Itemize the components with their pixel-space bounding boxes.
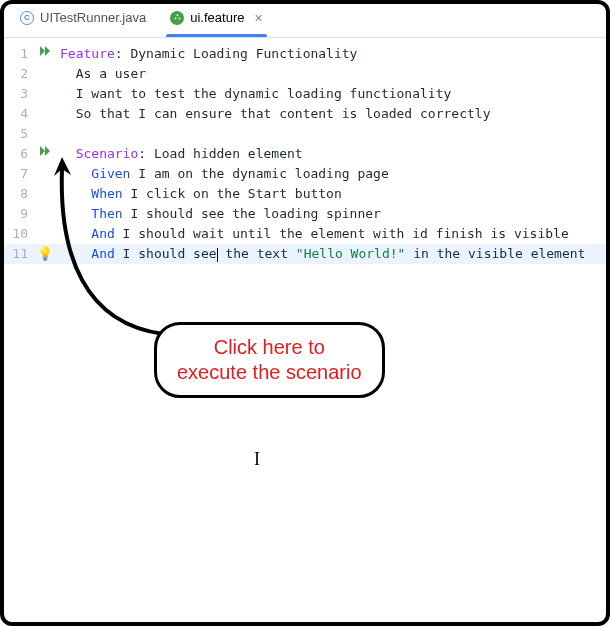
ibeam-cursor-icon: I: [254, 449, 260, 470]
line-number: 3: [4, 84, 34, 104]
editor-tabs: C UITestRunner.java ui.feature ×: [4, 4, 606, 38]
line-number: 11: [4, 244, 34, 264]
code-text: : Dynamic Loading Functionality: [115, 46, 358, 61]
line-number: 9: [4, 204, 34, 224]
code-text: I should see: [115, 246, 217, 261]
java-file-icon: C: [20, 11, 34, 25]
code-text: : Load hidden element: [138, 146, 302, 161]
line-number: 4: [4, 104, 34, 124]
run-double-icon: [38, 44, 52, 64]
tab-label: UITestRunner.java: [40, 10, 146, 25]
gutter-intent-bulb[interactable]: 💡: [34, 244, 56, 264]
svg-point-1: [174, 18, 176, 20]
code-text: I should wait until the element with id …: [115, 226, 569, 241]
tab-label: ui.feature: [190, 10, 244, 25]
code-text: I should see the loading spinner: [123, 206, 381, 221]
line-number: 8: [4, 184, 34, 204]
keyword-given: Given: [91, 166, 130, 181]
code-text: the text: [218, 246, 296, 261]
svg-point-0: [176, 14, 178, 16]
active-line: 11 💡 And I should see the text "Hello Wo…: [4, 244, 606, 264]
tab-uitestrunner[interactable]: C UITestRunner.java: [16, 4, 150, 37]
line-number: 1: [4, 44, 34, 64]
annotation-callout: Click here to execute the scenario: [154, 322, 385, 398]
code-text: I am on the dynamic loading page: [130, 166, 388, 181]
cucumber-file-icon: [170, 11, 184, 25]
keyword-and: And: [91, 226, 114, 241]
keyword-when: When: [91, 186, 122, 201]
tab-ui-feature[interactable]: ui.feature ×: [166, 4, 266, 37]
svg-point-2: [178, 18, 180, 20]
line-number: 5: [4, 124, 34, 144]
code-text: in the visible element: [405, 246, 585, 261]
line-number: 10: [4, 224, 34, 244]
code-text: So that I can ensure that content is loa…: [56, 104, 490, 124]
close-icon[interactable]: ×: [250, 10, 262, 26]
code-text: I click on the Start button: [123, 186, 342, 201]
code-editor[interactable]: 1 Feature: Dynamic Loading Functionality…: [4, 38, 606, 264]
line-number: 7: [4, 164, 34, 184]
string-literal: "Hello World!": [296, 246, 406, 261]
lightbulb-icon: 💡: [37, 244, 53, 264]
line-number: 6: [4, 144, 34, 164]
code-text: As a user: [56, 64, 146, 84]
keyword-feature: Feature: [60, 46, 115, 61]
annotation-text: Click here to: [177, 335, 362, 360]
run-double-icon: [38, 144, 52, 164]
gutter-run-scenario[interactable]: [34, 144, 56, 164]
keyword-and: And: [91, 246, 114, 261]
ide-window: C UITestRunner.java ui.feature × 1 Featu…: [0, 0, 610, 626]
annotation-text: execute the scenario: [177, 360, 362, 385]
keyword-then: Then: [91, 206, 122, 221]
code-text: I want to test the dynamic loading funct…: [56, 84, 451, 104]
line-number: 2: [4, 64, 34, 84]
keyword-scenario: Scenario: [76, 146, 139, 161]
gutter-run-feature[interactable]: [34, 44, 56, 64]
